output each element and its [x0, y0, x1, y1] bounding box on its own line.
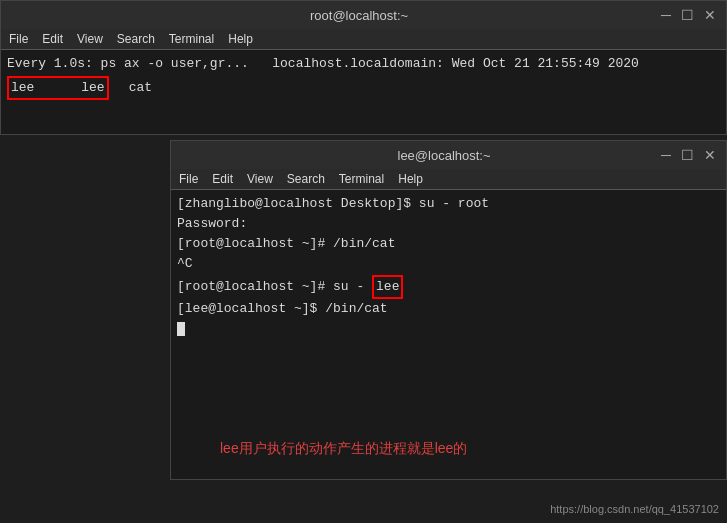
lee-titlebar: lee@localhost:~ ─ ☐ ✕ — [171, 141, 726, 169]
su-lee-highlight: lee — [372, 275, 403, 299]
menu-terminal[interactable]: Terminal — [169, 32, 214, 46]
line-7 — [177, 319, 720, 339]
lee-terminal-body: [zhanglibo@localhost Desktop]$ su - root… — [171, 190, 726, 343]
lee-menu-edit[interactable]: Edit — [212, 172, 233, 186]
root-title: root@localhost:~ — [59, 8, 659, 23]
menu-file[interactable]: File — [9, 32, 28, 46]
menu-help[interactable]: Help — [228, 32, 253, 46]
menu-search[interactable]: Search — [117, 32, 155, 46]
cursor — [177, 322, 185, 336]
watch-line: Every 1.0s: ps ax -o user,gr... localhos… — [7, 54, 720, 74]
lee-menu-help[interactable]: Help — [398, 172, 423, 186]
root-titlebar: root@localhost:~ ─ ☐ ✕ — [1, 1, 726, 29]
line-4: ^C — [177, 254, 720, 274]
root-terminal-body: Every 1.0s: ps ax -o user,gr... localhos… — [1, 50, 726, 104]
close-btn[interactable]: ✕ — [702, 8, 718, 22]
ps-user-highlight: lee lee — [7, 76, 109, 100]
ps-cmd: cat — [129, 78, 152, 98]
lee-title: lee@localhost:~ — [229, 148, 659, 163]
lee-menu-file[interactable]: File — [179, 172, 198, 186]
line-2: Password: — [177, 214, 720, 234]
root-window-controls[interactable]: ─ ☐ ✕ — [659, 8, 718, 22]
line-1: [zhanglibo@localhost Desktop]$ su - root — [177, 194, 720, 214]
minimize-btn[interactable]: ─ — [659, 8, 673, 22]
line-6: [lee@localhost ~]$ /bin/cat — [177, 299, 720, 319]
watermark-url: https://blog.csdn.net/qq_41537102 — [550, 503, 719, 515]
lee-terminal: lee@localhost:~ ─ ☐ ✕ File Edit View Sea… — [170, 140, 727, 480]
menu-edit[interactable]: Edit — [42, 32, 63, 46]
lee-close-btn[interactable]: ✕ — [702, 148, 718, 162]
lee-menu-terminal[interactable]: Terminal — [339, 172, 384, 186]
annotation-text: lee用户执行的动作产生的进程就是lee的 — [220, 440, 467, 458]
menu-view[interactable]: View — [77, 32, 103, 46]
lee-menu-view[interactable]: View — [247, 172, 273, 186]
lee-menu-search[interactable]: Search — [287, 172, 325, 186]
lee-menubar: File Edit View Search Terminal Help — [171, 169, 726, 190]
lee-maximize-btn[interactable]: ☐ — [679, 148, 696, 162]
ps-output-row: lee lee cat — [7, 76, 720, 100]
maximize-btn[interactable]: ☐ — [679, 8, 696, 22]
ps-group: lee — [81, 80, 104, 95]
su-lee-text: lee — [376, 279, 399, 294]
lee-minimize-btn[interactable]: ─ — [659, 148, 673, 162]
ps-user: lee — [11, 80, 34, 95]
root-menubar: File Edit View Search Terminal Help — [1, 29, 726, 50]
lee-window-controls[interactable]: ─ ☐ ✕ — [659, 148, 718, 162]
root-terminal: root@localhost:~ ─ ☐ ✕ File Edit View Se… — [0, 0, 727, 135]
line-3: [root@localhost ~]# /bin/cat — [177, 234, 720, 254]
line-5: [root@localhost ~]# su - lee — [177, 275, 720, 299]
